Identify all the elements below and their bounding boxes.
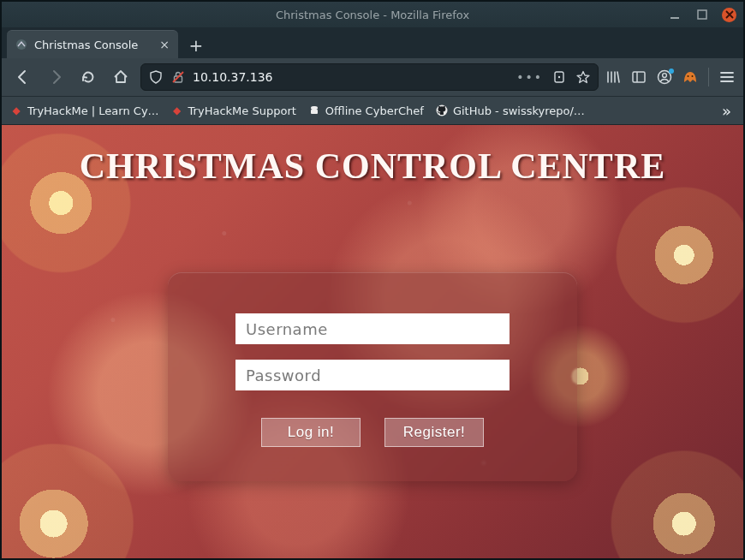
tab-close-icon[interactable]: × bbox=[159, 38, 170, 51]
tab-christmas-console[interactable]: Christmas Console × bbox=[7, 30, 178, 58]
maximize-button[interactable] bbox=[694, 7, 710, 22]
svg-point-12 bbox=[692, 75, 694, 77]
urlbar-page-actions: ••• bbox=[516, 69, 591, 85]
forward-button[interactable] bbox=[43, 64, 69, 90]
url-text: 10.10.37.136 bbox=[193, 70, 510, 84]
bookmark-label: GitHub - swisskyrepo/… bbox=[453, 104, 585, 117]
svg-rect-7 bbox=[633, 72, 645, 82]
bookmark-favicon-icon bbox=[436, 104, 448, 116]
svg-point-6 bbox=[558, 76, 560, 78]
bookmark-favicon-icon: ◆ bbox=[171, 104, 183, 116]
bookmark-favicon-icon: ◆ bbox=[10, 104, 22, 116]
shield-icon[interactable] bbox=[148, 69, 164, 85]
home-button[interactable] bbox=[108, 64, 134, 90]
toolbar-right-icons bbox=[605, 68, 735, 86]
svg-rect-14 bbox=[311, 106, 318, 110]
sidebar-icon[interactable] bbox=[631, 69, 647, 85]
new-tab-button[interactable]: + bbox=[183, 33, 209, 58]
close-button[interactable] bbox=[722, 8, 736, 22]
register-button[interactable]: Register! bbox=[384, 418, 484, 447]
bookmarks-overflow-icon[interactable]: » bbox=[722, 102, 735, 120]
login-card: Log in! Register! bbox=[168, 272, 577, 481]
window-title: Christmas Console - Mozilla Firefox bbox=[2, 9, 743, 21]
library-icon[interactable] bbox=[605, 69, 621, 85]
bookmark-label: Offline CyberChef bbox=[325, 104, 424, 117]
extension-foxyproxy-icon[interactable] bbox=[682, 69, 698, 85]
password-input[interactable] bbox=[235, 360, 510, 390]
bookmark-tryhackme-learn[interactable]: ◆ TryHackMe | Learn Cy… bbox=[10, 104, 159, 117]
firefox-window: Christmas Console - Mozilla Firefox Chri… bbox=[0, 0, 745, 560]
svg-point-11 bbox=[688, 75, 689, 77]
bookmark-label: TryHackMe Support bbox=[188, 104, 296, 117]
username-input[interactable] bbox=[235, 313, 510, 344]
bookmark-github-swisskyrepo[interactable]: GitHub - swisskyrepo/… bbox=[436, 104, 585, 117]
button-row: Log in! Register! bbox=[261, 418, 484, 447]
navigation-toolbar: 10.10.37.136 ••• bbox=[2, 58, 743, 97]
url-bar[interactable]: 10.10.37.136 ••• bbox=[140, 63, 599, 91]
reload-button[interactable] bbox=[75, 64, 101, 90]
page-content: CHRISTMAS CONTROL CENTRE Log in! Registe… bbox=[2, 125, 743, 558]
account-icon[interactable] bbox=[657, 69, 672, 85]
hamburger-menu-icon[interactable] bbox=[719, 69, 735, 85]
bookmarks-toolbar: ◆ TryHackMe | Learn Cy… ◆ TryHackMe Supp… bbox=[2, 97, 743, 125]
minimize-button[interactable] bbox=[667, 7, 682, 22]
bookmark-tryhackme-support[interactable]: ◆ TryHackMe Support bbox=[171, 104, 296, 117]
bookmark-label: TryHackMe | Learn Cy… bbox=[27, 104, 159, 117]
reader-mode-icon[interactable] bbox=[551, 69, 567, 85]
svg-rect-1 bbox=[698, 10, 706, 19]
insecure-connection-icon[interactable] bbox=[170, 69, 186, 85]
svg-point-2 bbox=[16, 39, 27, 50]
login-button[interactable]: Log in! bbox=[261, 418, 361, 447]
back-button[interactable] bbox=[10, 64, 36, 90]
window-controls bbox=[667, 7, 736, 22]
page-actions-ellipsis-icon[interactable]: ••• bbox=[516, 70, 543, 84]
svg-point-10 bbox=[663, 74, 667, 78]
page-viewport: CHRISTMAS CONTROL CENTRE Log in! Registe… bbox=[2, 125, 743, 558]
svg-rect-13 bbox=[311, 110, 318, 114]
bookmark-offline-cyberchef[interactable]: Offline CyberChef bbox=[308, 104, 424, 117]
bookmark-star-icon[interactable] bbox=[575, 69, 591, 85]
tab-favicon-icon bbox=[15, 39, 27, 51]
page-title: CHRISTMAS CONTROL CENTRE bbox=[80, 146, 665, 187]
titlebar: Christmas Console - Mozilla Firefox bbox=[2, 2, 743, 27]
tab-strip: Christmas Console × + bbox=[2, 27, 743, 58]
tab-label: Christmas Console bbox=[34, 39, 138, 51]
bookmark-favicon-icon bbox=[308, 104, 320, 116]
svg-rect-0 bbox=[670, 17, 679, 19]
